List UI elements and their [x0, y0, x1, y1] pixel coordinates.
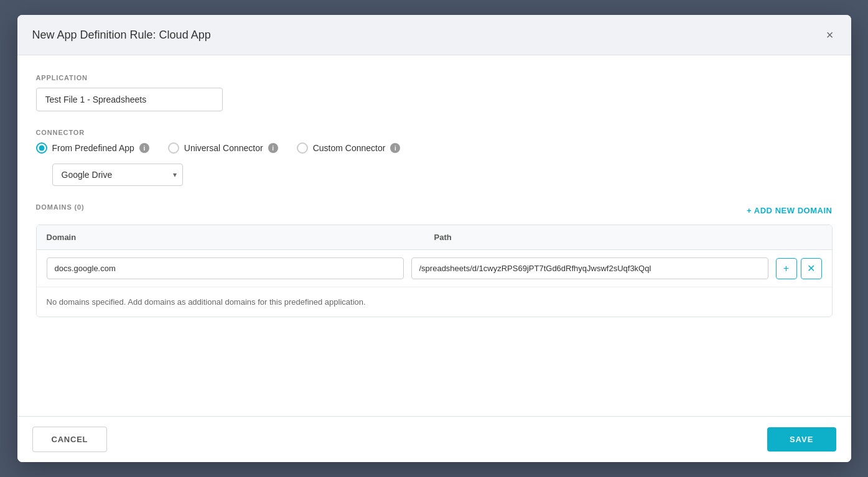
connector-label: CONNECTOR [36, 129, 833, 136]
application-section: APPLICATION [36, 74, 833, 111]
predefined-app-select[interactable]: Google Drive Microsoft Office 365 Salesf… [52, 164, 183, 186]
radio-universal[interactable]: Universal Connector i [168, 142, 278, 154]
modal-header: New App Definition Rule: Cloud App × [17, 15, 851, 55]
radio-custom-label: Custom Connector [313, 143, 386, 153]
table-row: + ✕ [37, 250, 832, 287]
path-column-header: Path [434, 233, 822, 242]
row-actions: + ✕ [776, 258, 822, 279]
add-row-button[interactable]: + [776, 258, 797, 279]
radio-universal-input[interactable] [168, 142, 179, 154]
connector-options: From Predefined App i Universal Connecto… [36, 142, 833, 154]
radio-universal-label: Universal Connector [184, 143, 263, 153]
domain-column-header: Domain [47, 233, 434, 242]
add-domain-button[interactable]: + ADD NEW DOMAIN [747, 206, 832, 215]
radio-predefined[interactable]: From Predefined App i [36, 142, 149, 154]
predefined-info-icon[interactable]: i [139, 143, 149, 153]
domains-table: Domain Path + ✕ No domains specified. Ad… [36, 225, 833, 317]
remove-row-button[interactable]: ✕ [801, 258, 822, 279]
radio-predefined-input[interactable] [36, 142, 47, 154]
universal-info-icon[interactable]: i [268, 143, 278, 153]
application-input[interactable] [36, 88, 223, 111]
cancel-button[interactable]: CANCEL [32, 427, 108, 452]
radio-predefined-label: From Predefined App [52, 143, 134, 153]
path-input[interactable] [411, 257, 768, 279]
save-button[interactable]: SAVE [767, 427, 836, 452]
modal-body: APPLICATION CONNECTOR From Predefined Ap… [17, 55, 851, 416]
no-domains-message: No domains specified. Add domains as add… [37, 287, 832, 317]
radio-custom-input[interactable] [297, 142, 308, 154]
domains-label: DOMAINS (0) [36, 203, 85, 211]
custom-info-icon[interactable]: i [390, 143, 400, 153]
predefined-app-dropdown-wrapper: Google Drive Microsoft Office 365 Salesf… [52, 164, 183, 186]
connector-section: CONNECTOR From Predefined App i Universa… [36, 129, 833, 186]
domain-input[interactable] [47, 257, 404, 279]
radio-custom[interactable]: Custom Connector i [297, 142, 401, 154]
modal-footer: CANCEL SAVE [17, 416, 851, 462]
modal-title: New App Definition Rule: Cloud App [32, 29, 211, 42]
close-button[interactable]: × [824, 26, 836, 44]
domains-header: DOMAINS (0) + ADD NEW DOMAIN [36, 203, 833, 217]
domains-section: DOMAINS (0) + ADD NEW DOMAIN Domain Path… [36, 203, 833, 317]
modal-container: New App Definition Rule: Cloud App × APP… [17, 15, 851, 462]
application-label: APPLICATION [36, 74, 833, 81]
table-header-row: Domain Path [37, 225, 832, 250]
